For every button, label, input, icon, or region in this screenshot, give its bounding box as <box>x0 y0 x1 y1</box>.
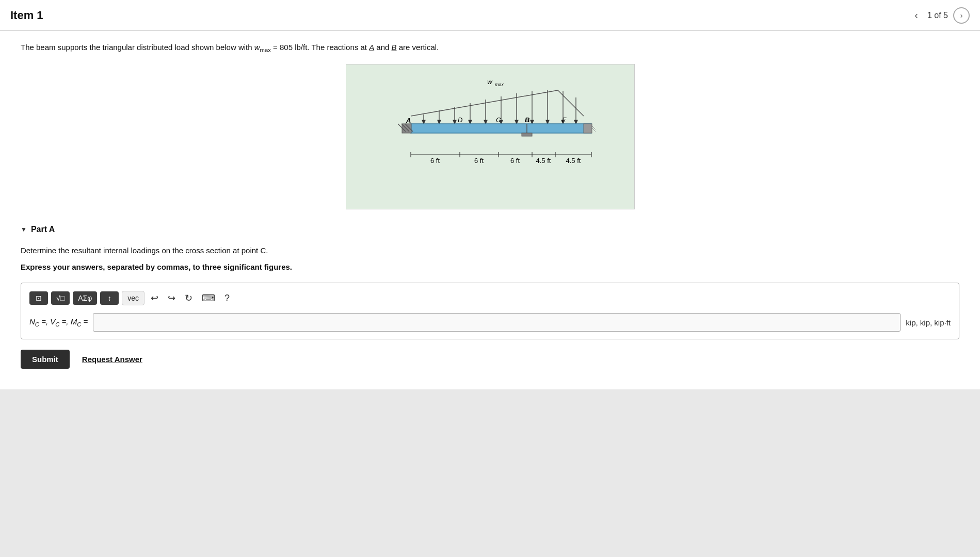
main-content: The beam supports the triangular distrib… <box>0 31 980 389</box>
sqrt-button[interactable]: √□ <box>51 291 70 305</box>
part-instruction: Express your answers, separated by comma… <box>21 261 959 273</box>
svg-marker-19 <box>531 120 534 124</box>
matrix-button[interactable]: ⊡ <box>29 291 48 305</box>
greek-button[interactable]: ΑΣφ <box>73 291 97 305</box>
part-section: ▼ Part A Determine the resultant interna… <box>21 225 959 369</box>
w-max-value: = 805 lb/ft <box>271 43 307 52</box>
part-description: Determine the resultant internal loading… <box>21 244 959 257</box>
refresh-icon: ↻ <box>185 293 192 303</box>
part-header: ▼ Part A <box>21 225 959 234</box>
svg-marker-13 <box>484 120 487 124</box>
diagram-container: w max <box>346 64 635 209</box>
point-b-label: B <box>392 43 397 52</box>
problem-text-after: . The reactions at <box>307 43 369 52</box>
redo-icon: ↪ <box>168 293 175 303</box>
problem-statement: The beam supports the triangular distrib… <box>21 41 959 55</box>
arrow-icon: ↕ <box>108 294 111 302</box>
beam-diagram: w max <box>357 75 625 199</box>
help-button[interactable]: ? <box>221 291 233 306</box>
math-toolbar: ⊡ √□ ΑΣφ ↕ vec ↩ ↪ <box>29 290 951 306</box>
and-text: and <box>374 43 391 52</box>
nav-area: ‹ 1 of 5 › <box>910 7 970 24</box>
svg-text:4.5 ft: 4.5 ft <box>566 157 581 165</box>
are-vertical-text: are vertical. <box>397 43 439 52</box>
w-max-label: wmax <box>254 43 271 52</box>
part-label: Part A <box>31 225 55 234</box>
svg-marker-7 <box>438 120 441 124</box>
top-bar: Item 1 ‹ 1 of 5 › <box>0 0 980 31</box>
svg-text:6 ft: 6 ft <box>474 157 483 165</box>
svg-text:6 ft: 6 ft <box>430 157 439 165</box>
collapse-icon[interactable]: ▼ <box>21 226 27 233</box>
input-area: ⊡ √□ ΑΣφ ↕ vec ↩ ↪ <box>21 283 959 339</box>
refresh-button[interactable]: ↻ <box>182 290 196 306</box>
svg-text:max: max <box>495 82 504 87</box>
svg-line-2 <box>411 90 558 116</box>
answer-input[interactable] <box>93 313 901 332</box>
arrow-button[interactable]: ↕ <box>100 291 119 305</box>
keyboard-button[interactable]: ⌨ <box>199 290 218 306</box>
undo-icon: ↩ <box>151 293 158 303</box>
page-counter: 1 of 5 <box>927 11 948 20</box>
svg-text:D: D <box>458 116 462 124</box>
svg-marker-11 <box>469 120 472 124</box>
svg-rect-26 <box>411 124 591 133</box>
answer-unit: kip, kip, kip·ft <box>906 318 951 327</box>
keyboard-icon: ⌨ <box>202 293 215 303</box>
prev-button[interactable]: ‹ <box>910 7 922 23</box>
vec-label: vec <box>127 294 139 302</box>
vec-button[interactable]: vec <box>122 291 144 305</box>
svg-marker-9 <box>453 120 456 124</box>
svg-marker-21 <box>546 120 549 124</box>
answer-row: NC =, VC =, MC = kip, kip, kip·ft <box>29 313 951 332</box>
svg-text:6 ft: 6 ft <box>510 157 519 165</box>
sqrt-icon: √□ <box>56 294 65 302</box>
svg-text:B: B <box>525 116 529 124</box>
matrix-icon: ⊡ <box>36 294 42 302</box>
svg-marker-25 <box>574 120 577 124</box>
redo-button[interactable]: ↪ <box>165 290 179 306</box>
svg-text:E: E <box>562 116 567 124</box>
undo-button[interactable]: ↩ <box>148 290 162 306</box>
point-a-label: A <box>369 43 374 52</box>
item-title: Item 1 <box>10 9 43 22</box>
support-a <box>398 124 413 133</box>
svg-text:C: C <box>496 116 501 124</box>
submit-button[interactable]: Submit <box>21 350 70 369</box>
greek-icon: ΑΣφ <box>78 294 92 302</box>
svg-line-3 <box>558 90 584 116</box>
bottom-actions: Submit Request Answer <box>21 350 959 369</box>
next-circle-button[interactable]: › <box>953 7 970 24</box>
svg-rect-31 <box>522 133 532 136</box>
svg-text:w: w <box>487 78 493 86</box>
request-answer-button[interactable]: Request Answer <box>82 355 142 364</box>
answer-label: NC =, VC =, MC = <box>29 317 88 327</box>
svg-text:A: A <box>406 117 411 124</box>
problem-text-before: The beam supports the triangular distrib… <box>21 43 254 52</box>
svg-marker-17 <box>515 120 518 124</box>
help-icon: ? <box>224 293 230 303</box>
svg-marker-5 <box>422 120 425 124</box>
svg-rect-36 <box>584 124 592 133</box>
svg-text:4.5 ft: 4.5 ft <box>536 157 551 165</box>
